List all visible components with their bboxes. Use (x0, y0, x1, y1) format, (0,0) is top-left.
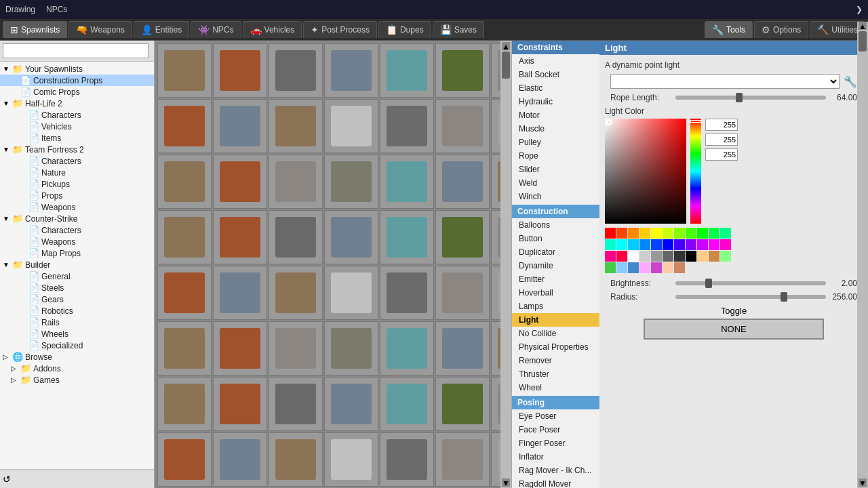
light-type-dropdown[interactable] (610, 74, 840, 89)
color-swatch[interactable] (651, 262, 662, 273)
color-gradient[interactable] (605, 119, 686, 224)
wrench-icon[interactable]: 🔧 (844, 75, 857, 88)
grid-item[interactable] (435, 266, 490, 320)
grid-item[interactable] (324, 210, 378, 264)
grid-item[interactable] (157, 43, 212, 98)
tree-item-half-life-2[interactable]: ▼📁Half-Life 2 (0, 98, 154, 109)
tree-item-hl2-items[interactable]: 📄Items (0, 132, 154, 144)
constraint-item-hoverball[interactable]: Hoverball (512, 286, 599, 300)
tree-item-team-fortress-2[interactable]: ▼📁Team Fortress 2 (0, 144, 154, 155)
grid-item[interactable] (435, 155, 490, 209)
color-swatch[interactable] (616, 228, 627, 239)
constraint-item-face-poser[interactable]: Face Poser (512, 423, 599, 436)
constraint-item-muscle[interactable]: Muscle (512, 122, 599, 136)
grid-item[interactable] (213, 266, 267, 320)
constraint-item-inflator[interactable]: Inflator (512, 450, 599, 464)
grid-item[interactable] (380, 155, 434, 209)
constraint-item-rope[interactable]: Rope (512, 149, 599, 163)
color-swatch[interactable] (674, 239, 685, 250)
color-swatch[interactable] (639, 239, 650, 250)
grid-item[interactable] (157, 432, 212, 487)
grid-item[interactable] (324, 266, 378, 320)
tab-tools[interactable]: 🔧 Tools (705, 21, 753, 38)
title-drawing[interactable]: Drawing (5, 5, 35, 14)
color-swatch[interactable] (651, 228, 662, 239)
tree-toggle[interactable]: ▷ (3, 353, 12, 361)
constraint-item-pulley[interactable]: Pulley (512, 136, 599, 149)
scroll-up-arrow[interactable]: ▲ (502, 42, 510, 50)
grid-item[interactable] (213, 377, 267, 431)
tree-item-counter-strike[interactable]: ▼📁Counter-Strike (0, 213, 154, 224)
tab-npcs[interactable]: 👾 NPCs (191, 21, 241, 38)
prop-scroll-down[interactable]: ▼ (859, 479, 867, 487)
tree-item-tf2-pickups[interactable]: 📄Pickups (0, 178, 154, 190)
grid-item[interactable] (324, 155, 378, 209)
constraint-item-button[interactable]: Button (512, 232, 599, 245)
tree-item-construction-props[interactable]: 📄Construction Props (0, 75, 154, 86)
grid-item[interactable] (435, 321, 490, 375)
constraint-item-slider[interactable]: Slider (512, 163, 599, 176)
r-input[interactable] (705, 119, 738, 131)
tree-item-cs-characters[interactable]: 📄Characters (0, 224, 154, 236)
title-arrow[interactable]: ❯ (856, 5, 863, 14)
tab-saves[interactable]: 💾 Saves (433, 21, 484, 38)
tree-item-builder-specialized[interactable]: 📄Specialized (0, 340, 154, 351)
title-npcs[interactable]: NPCs (46, 5, 67, 14)
tree-item-browse[interactable]: ▷🌐Browse (0, 351, 154, 363)
color-swatch[interactable] (697, 239, 708, 250)
tab-weapons[interactable]: 🔫 Weapons (68, 21, 132, 38)
color-swatch[interactable] (663, 251, 673, 262)
grid-item[interactable] (157, 210, 212, 264)
tab-options[interactable]: ⚙ Options (754, 21, 808, 38)
properties-scrollbar[interactable]: ▲ ▼ (857, 41, 868, 488)
grid-item[interactable] (324, 99, 378, 153)
tree-item-tf2-weapons[interactable]: 📄Weapons (0, 201, 154, 213)
grid-item[interactable] (380, 432, 434, 487)
color-swatch[interactable] (663, 262, 673, 273)
grid-item[interactable] (269, 210, 323, 264)
tab-vehicles[interactable]: 🚗 Vehicles (243, 21, 302, 38)
grid-item[interactable] (269, 432, 323, 487)
grid-item[interactable] (435, 377, 490, 431)
color-swatch[interactable] (697, 228, 708, 239)
constraint-item-emitter[interactable]: Emitter (512, 272, 599, 286)
color-swatch[interactable] (720, 228, 731, 239)
tab-spawnlists[interactable]: ⊞ Spawnlists (3, 21, 67, 38)
tree-item-builder-rails[interactable]: 📄Rails (0, 317, 154, 328)
tree-item-hl2-characters[interactable]: 📄Characters (0, 109, 154, 121)
brightness-slider[interactable] (675, 281, 826, 285)
tree-toggle[interactable]: ▼ (3, 146, 12, 153)
tree-item-cs-weapons[interactable]: 📄Weapons (0, 236, 154, 247)
tree-toggle[interactable]: ▼ (3, 215, 12, 222)
tab-dupes[interactable]: 📋 Dupes (378, 21, 431, 38)
grid-item[interactable] (269, 266, 323, 320)
grid-item[interactable] (380, 266, 434, 320)
tab-postprocess[interactable]: ✦ Post Process (303, 21, 377, 38)
color-swatch[interactable] (639, 228, 650, 239)
tree-item-comic-props[interactable]: 📄Comic Props (0, 86, 154, 98)
tree-item-spawnlists[interactable]: ▼📁Your Spawnlists (0, 63, 154, 75)
grid-item[interactable] (269, 155, 323, 209)
color-swatch[interactable] (651, 239, 662, 250)
scroll-thumb[interactable] (502, 52, 510, 79)
color-swatch[interactable] (605, 262, 616, 273)
grid-item[interactable] (213, 432, 267, 487)
grid-item[interactable] (213, 99, 267, 153)
scroll-down-arrow[interactable]: ▼ (502, 479, 510, 487)
tree-item-tf2-characters[interactable]: 📄Characters (0, 155, 154, 167)
grid-item[interactable] (435, 432, 490, 487)
color-swatch[interactable] (639, 251, 650, 262)
constraint-item-physical-properties[interactable]: Physical Properties (512, 340, 599, 354)
grid-item[interactable] (380, 99, 434, 153)
color-swatch[interactable] (663, 239, 673, 250)
constraint-item-rag-mover---ik-ch...[interactable]: Rag Mover - Ik Ch... (512, 464, 599, 477)
constraint-item-no-collide[interactable]: No Collide (512, 327, 599, 340)
color-swatch[interactable] (616, 251, 627, 262)
radius-slider[interactable] (675, 295, 826, 299)
tree-item-builder-wheels[interactable]: 📄Wheels (0, 328, 154, 340)
none-button[interactable]: NONE (644, 319, 824, 340)
color-swatch[interactable] (651, 251, 662, 262)
tree-item-tf2-props[interactable]: 📄Props (0, 190, 154, 201)
grid-item[interactable] (157, 155, 212, 209)
constraint-item-eye-poser[interactable]: Eye Poser (512, 409, 599, 423)
